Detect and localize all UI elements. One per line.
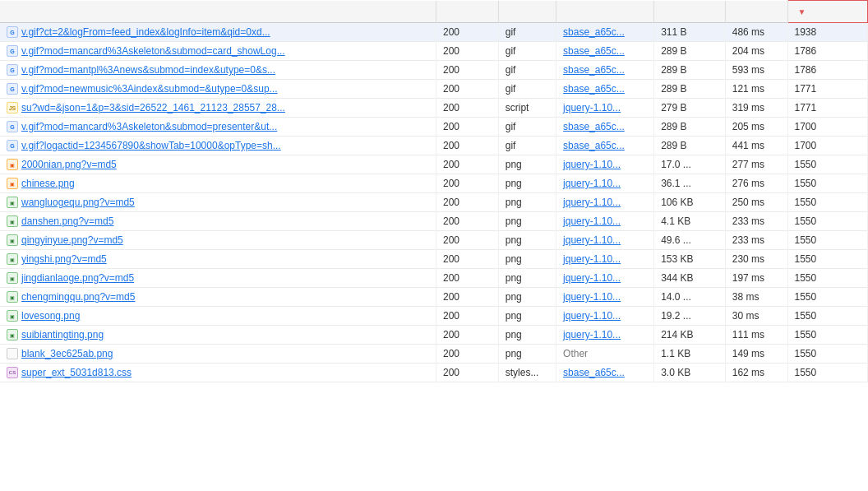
cell-size: 14.0 ... bbox=[654, 288, 726, 307]
table-row[interactable]: ▣ danshen.png?v=md5 200 png jquery-1.10.… bbox=[0, 212, 868, 231]
cell-connid: 1550 bbox=[787, 155, 867, 174]
table-row[interactable]: ▣ wangluogequ.png?v=md5 200 png jquery-1… bbox=[0, 193, 868, 212]
cell-initiator[interactable]: sbase_a65c... bbox=[556, 42, 654, 61]
col-header-name[interactable] bbox=[0, 1, 436, 23]
cell-size: 289 B bbox=[654, 42, 726, 61]
type-value: gif bbox=[506, 45, 516, 57]
col-header-status[interactable] bbox=[436, 1, 498, 23]
table-row[interactable]: G v.gif?mod=newmusic%3Aindex&submod=&uty… bbox=[0, 80, 868, 99]
initiator-link[interactable]: jquery-1.10... bbox=[563, 178, 621, 189]
initiator-link[interactable]: jquery-1.10... bbox=[563, 291, 621, 303]
name-link[interactable]: v.gif?mod=mancard%3Askeleton&submod=pres… bbox=[21, 121, 277, 132]
initiator-link[interactable]: jquery-1.10... bbox=[563, 310, 621, 322]
cell-initiator[interactable]: sbase_a65c... bbox=[556, 118, 654, 137]
name-link[interactable]: v.gif?logactid=1234567890&showTab=10000&… bbox=[21, 140, 281, 151]
name-link[interactable]: v.gif?mod=mancard%3Askeleton&submod=card… bbox=[21, 45, 285, 57]
name-link[interactable]: v.gif?ct=2&logFrom=feed_index&logInfo=it… bbox=[21, 26, 270, 38]
table-row[interactable]: ▣ chengmingqu.png?v=md5 200 png jquery-1… bbox=[0, 288, 868, 307]
cell-initiator[interactable]: Other bbox=[556, 345, 654, 364]
cell-initiator[interactable]: sbase_a65c... bbox=[556, 61, 654, 80]
name-link[interactable]: qingyinyue.png?v=md5 bbox=[21, 234, 123, 246]
initiator-link[interactable]: sbase_a65c... bbox=[563, 367, 625, 378]
cell-type: gif bbox=[498, 118, 556, 137]
name-link[interactable]: suibiantingting.png bbox=[21, 329, 104, 340]
initiator-link[interactable]: jquery-1.10... bbox=[563, 234, 621, 246]
table-row[interactable]: G v.gif?mod=mantpl%3Anews&submod=index&u… bbox=[0, 61, 868, 80]
name-link[interactable]: chinese.png bbox=[21, 178, 75, 189]
png-img-icon: ▣ bbox=[7, 253, 18, 265]
cell-name: G v.gif?mod=mancard%3Askeleton&submod=pr… bbox=[0, 118, 436, 137]
cell-initiator[interactable]: jquery-1.10... bbox=[556, 193, 654, 212]
cell-initiator[interactable]: sbase_a65c... bbox=[556, 80, 654, 99]
table-row[interactable]: ▣ lovesong.png 200 png jquery-1.10... 19… bbox=[0, 307, 868, 326]
cell-initiator[interactable]: jquery-1.10... bbox=[556, 250, 654, 269]
cell-initiator[interactable]: sbase_a65c... bbox=[556, 364, 654, 382]
cell-initiator[interactable]: jquery-1.10... bbox=[556, 288, 654, 307]
cell-initiator[interactable]: jquery-1.10... bbox=[556, 155, 654, 174]
time-value: 205 ms bbox=[732, 121, 764, 132]
name-link[interactable]: v.gif?mod=newmusic%3Aindex&submod=&utype… bbox=[21, 83, 278, 95]
initiator-link[interactable]: jquery-1.10... bbox=[563, 329, 621, 340]
cell-connid: 1771 bbox=[787, 99, 867, 118]
cell-initiator[interactable]: sbase_a65c... bbox=[556, 137, 654, 155]
time-value: 486 ms bbox=[732, 26, 764, 38]
table-row[interactable]: ▣ chinese.png 200 png jquery-1.10... 36.… bbox=[0, 174, 868, 193]
name-link[interactable]: jingdianlaoge.png?v=md5 bbox=[21, 272, 134, 284]
gif-icon: G bbox=[7, 26, 18, 38]
table-row[interactable]: ▣ qingyinyue.png?v=md5 200 png jquery-1.… bbox=[0, 231, 868, 250]
initiator-link[interactable]: sbase_a65c... bbox=[563, 26, 625, 38]
col-header-connid[interactable]: ▼ bbox=[787, 1, 867, 23]
cell-initiator[interactable]: sbase_a65c... bbox=[556, 23, 654, 42]
connid-value: 1550 bbox=[795, 367, 817, 378]
initiator-link[interactable]: jquery-1.10... bbox=[563, 215, 621, 227]
initiator-link[interactable]: sbase_a65c... bbox=[563, 45, 625, 57]
name-link[interactable]: danshen.png?v=md5 bbox=[21, 215, 113, 227]
initiator-link[interactable]: jquery-1.10... bbox=[563, 102, 621, 113]
initiator-link[interactable]: sbase_a65c... bbox=[563, 140, 625, 151]
name-link[interactable]: blank_3ec625ab.png bbox=[21, 348, 113, 359]
col-header-time[interactable] bbox=[725, 1, 787, 23]
table-row[interactable]: CS super_ext_5031d813.css 200 styles... … bbox=[0, 364, 868, 382]
cell-initiator[interactable]: jquery-1.10... bbox=[556, 212, 654, 231]
cell-initiator[interactable]: jquery-1.10... bbox=[556, 174, 654, 193]
table-row[interactable]: G v.gif?mod=mancard%3Askeleton&submod=ca… bbox=[0, 42, 868, 61]
name-link[interactable]: yingshi.png?v=md5 bbox=[21, 253, 107, 265]
table-row[interactable]: G v.gif?logactid=1234567890&showTab=1000… bbox=[0, 137, 868, 155]
name-link[interactable]: super_ext_5031d813.css bbox=[21, 367, 132, 378]
table-row[interactable]: blank_3ec625ab.png 200 png Other 1.1 KB … bbox=[0, 345, 868, 364]
cell-type: png bbox=[498, 231, 556, 250]
col-header-initiator[interactable] bbox=[556, 1, 654, 23]
initiator-link[interactable]: jquery-1.10... bbox=[563, 253, 621, 265]
col-header-type[interactable] bbox=[498, 1, 556, 23]
name-link[interactable]: chengmingqu.png?v=md5 bbox=[21, 291, 135, 303]
initiator-link[interactable]: sbase_a65c... bbox=[563, 83, 625, 95]
cell-initiator[interactable]: jquery-1.10... bbox=[556, 269, 654, 288]
name-link[interactable]: lovesong.png bbox=[21, 310, 80, 322]
cell-initiator[interactable]: jquery-1.10... bbox=[556, 99, 654, 118]
table-row[interactable]: ▣ suibiantingting.png 200 png jquery-1.1… bbox=[0, 326, 868, 345]
cell-initiator[interactable]: jquery-1.10... bbox=[556, 326, 654, 345]
initiator-link[interactable]: jquery-1.10... bbox=[563, 159, 621, 170]
table-row[interactable]: ▣ yingshi.png?v=md5 200 png jquery-1.10.… bbox=[0, 250, 868, 269]
name-link[interactable]: wangluogequ.png?v=md5 bbox=[21, 197, 135, 208]
table-row[interactable]: JS su?wd=&json=1&p=3&sid=26522_1461_2112… bbox=[0, 99, 868, 118]
initiator-link[interactable]: jquery-1.10... bbox=[563, 197, 621, 208]
table-row[interactable]: ▣ 2000nian.png?v=md5 200 png jquery-1.10… bbox=[0, 155, 868, 174]
col-header-size[interactable] bbox=[654, 1, 726, 23]
initiator-link[interactable]: jquery-1.10... bbox=[563, 272, 621, 284]
name-link[interactable]: su?wd=&json=1&p=3&sid=26522_1461_21123_2… bbox=[21, 102, 285, 113]
size-value: 1.1 KB bbox=[661, 348, 690, 359]
table-row[interactable]: G v.gif?ct=2&logFrom=feed_index&logInfo=… bbox=[0, 23, 868, 42]
table-row[interactable]: ▣ jingdianlaoge.png?v=md5 200 png jquery… bbox=[0, 269, 868, 288]
status-value: 200 bbox=[443, 26, 459, 38]
initiator-link[interactable]: sbase_a65c... bbox=[563, 64, 625, 76]
status-value: 200 bbox=[443, 121, 459, 132]
connid-value: 1700 bbox=[795, 140, 817, 151]
gif-icon: G bbox=[7, 45, 18, 57]
name-link[interactable]: v.gif?mod=mantpl%3Anews&submod=index&uty… bbox=[21, 64, 275, 76]
table-row[interactable]: G v.gif?mod=mancard%3Askeleton&submod=pr… bbox=[0, 118, 868, 137]
cell-initiator[interactable]: jquery-1.10... bbox=[556, 307, 654, 326]
cell-initiator[interactable]: jquery-1.10... bbox=[556, 231, 654, 250]
name-link[interactable]: 2000nian.png?v=md5 bbox=[21, 159, 117, 170]
initiator-link[interactable]: sbase_a65c... bbox=[563, 121, 625, 132]
